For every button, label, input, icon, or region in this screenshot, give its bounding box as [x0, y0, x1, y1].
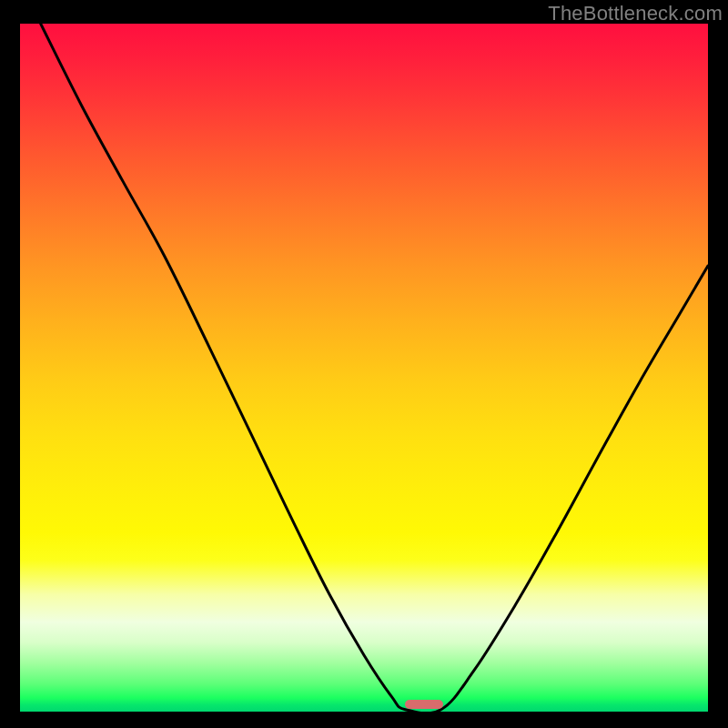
chart-frame: TheBottleneck.com [0, 0, 728, 728]
bottleneck-curve-path [41, 24, 708, 712]
bottleneck-curve [20, 24, 708, 712]
optimum-marker [405, 700, 443, 709]
plot-area [20, 24, 708, 712]
watermark-text: TheBottleneck.com [548, 2, 723, 25]
